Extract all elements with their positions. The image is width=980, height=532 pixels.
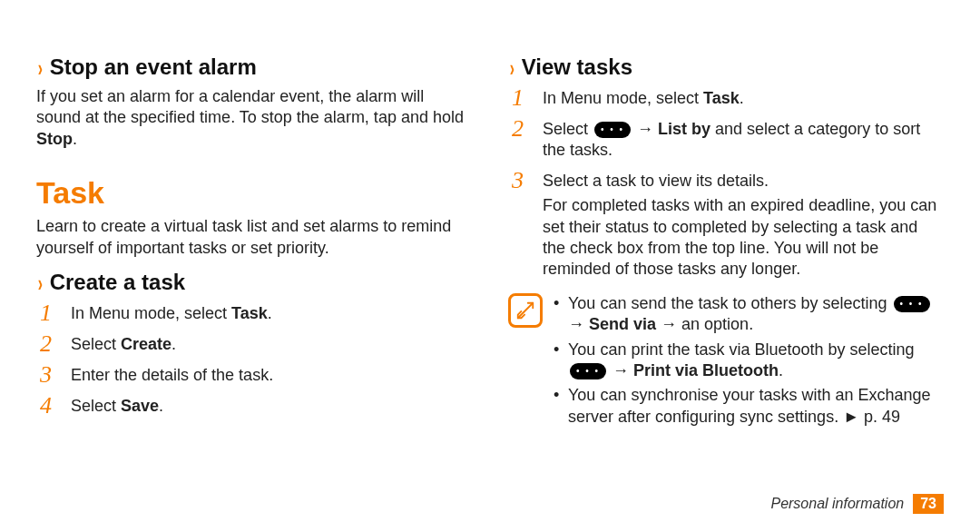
- step-number: 4: [40, 394, 60, 418]
- more-options-icon: [594, 122, 631, 138]
- step-item: 1 In Menu mode, select Task.: [40, 301, 472, 325]
- step-body: Enter the details of the task.: [71, 363, 472, 386]
- step-number: 3: [40, 363, 60, 387]
- more-options-icon: [894, 296, 930, 312]
- heading-create-task-text: Create a task: [50, 270, 185, 294]
- view-tasks-steps: 1 In Menu mode, select Task. 2 Select → …: [508, 86, 944, 284]
- note-bullets: You can send the task to others by selec…: [554, 293, 944, 431]
- note-icon: [508, 293, 543, 328]
- step-number: 1: [512, 86, 532, 110]
- chevron-icon: ›: [38, 270, 43, 298]
- page-reference: ► p. 49: [843, 408, 900, 426]
- left-column: ›Stop an event alarm If you set an alarm…: [36, 45, 472, 431]
- step-body: Select a task to view its details. For c…: [543, 169, 944, 284]
- heading-view-tasks: ›View tasks: [508, 53, 944, 81]
- heading-stop-alarm: ›Stop an event alarm: [36, 53, 472, 81]
- step-number: 2: [40, 332, 60, 356]
- task-intro: Learn to create a virtual task list and …: [36, 216, 472, 259]
- chevron-icon: ›: [510, 54, 514, 83]
- step-body: Select → List by and select a category t…: [543, 117, 944, 162]
- footer-section-label: Personal information: [770, 496, 904, 512]
- right-column: ›View tasks 1 In Menu mode, select Task.…: [508, 45, 944, 431]
- stop-alarm-body: If you set an alarm for a calendar event…: [36, 86, 472, 150]
- step3-line2: For completed tasks with an expired dead…: [543, 195, 944, 281]
- stop-alarm-pre: If you set an alarm for a calendar event…: [36, 87, 464, 126]
- step-item: 2 Select → List by and select a category…: [512, 117, 944, 162]
- heading-create-task: ›Create a task: [36, 268, 472, 296]
- more-options-icon: [570, 363, 606, 379]
- note-bullet: You can send the task to others by selec…: [554, 293, 944, 336]
- step-number: 2: [512, 117, 532, 141]
- heading-view-tasks-text: View tasks: [522, 54, 632, 79]
- note-bullet: You can synchronise your tasks with an E…: [554, 385, 944, 428]
- page-content: ›Stop an event alarm If you set an alarm…: [0, 0, 980, 431]
- note-bullet: You can print the task via Bluetooth by …: [554, 340, 944, 382]
- step-number: 1: [40, 301, 60, 325]
- step-item: 2 Select Create.: [40, 332, 472, 356]
- step-body: In Menu mode, select Task.: [71, 301, 472, 324]
- footer-page-number: 73: [913, 494, 944, 514]
- step-item: 3 Select a task to view its details. For…: [512, 169, 944, 284]
- note-block: You can send the task to others by selec…: [508, 293, 944, 431]
- chevron-icon: ›: [38, 54, 43, 83]
- step-item: 4 Select Save.: [40, 394, 472, 418]
- step-number: 3: [512, 169, 532, 192]
- step-body: Select Create.: [71, 332, 472, 355]
- page-footer: Personal information 73: [770, 494, 944, 514]
- step-body: In Menu mode, select Task.: [543, 86, 944, 109]
- heading-stop-alarm-text: Stop an event alarm: [50, 54, 257, 79]
- stop-alarm-bold: Stop: [36, 130, 73, 148]
- create-task-steps: 1 In Menu mode, select Task. 2 Select Cr…: [36, 301, 472, 418]
- step-item: 1 In Menu mode, select Task.: [512, 86, 944, 110]
- step3-line1: Select a task to view its details.: [543, 171, 944, 192]
- step-body: Select Save.: [71, 394, 472, 417]
- stop-alarm-post: .: [73, 130, 77, 148]
- heading-task: Task: [36, 175, 472, 211]
- step-item: 3 Enter the details of the task.: [40, 363, 472, 387]
